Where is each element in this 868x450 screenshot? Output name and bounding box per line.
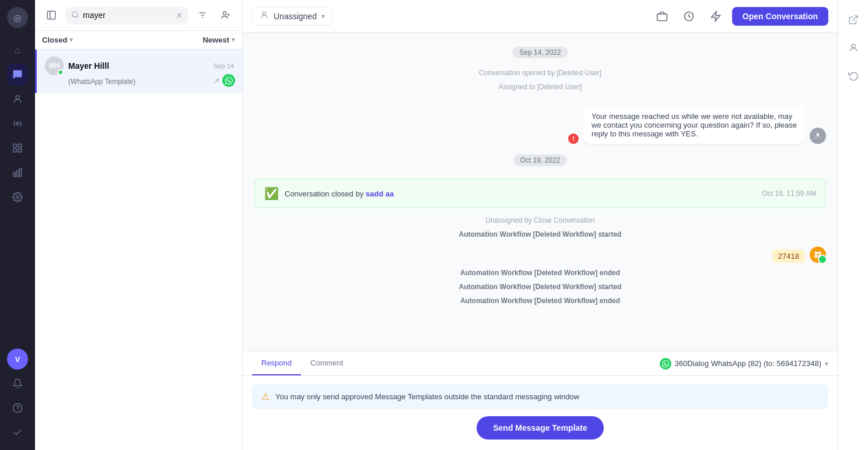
help-icon[interactable] xyxy=(7,398,28,419)
arrow-icon: ↗ xyxy=(214,76,220,85)
search-box: ✕ xyxy=(65,7,188,24)
conv-panel-header: ✕ xyxy=(35,0,242,31)
search-input[interactable] xyxy=(83,10,173,20)
timer-icon[interactable] xyxy=(678,6,699,27)
conv-closed-time: Oct 19, 11:59 AM xyxy=(762,189,816,198)
conv-icons: ↗ xyxy=(214,74,235,87)
whatsapp-channel-icon xyxy=(660,358,671,370)
conversation-item[interactable]: MH Mayer Hilll Sep 14 (WhatsApp Template… xyxy=(35,50,242,93)
compose-tabs: Respond Comment 360Dialog WhatsApp (82) … xyxy=(243,351,838,376)
broadcast-icon[interactable] xyxy=(7,113,28,134)
conv-closed-text: Conversation closed by sadd aa xyxy=(285,189,394,198)
info-icon: ⚠ xyxy=(261,391,270,402)
unassigned-msg: Unassigned by Close Conversation xyxy=(485,216,594,224)
channel-chevron: ▾ xyxy=(825,360,828,368)
assigned-chevron: ▾ xyxy=(321,12,325,20)
check-circle-icon: ✅ xyxy=(264,187,279,201)
system-msg-opened: Conversation opened by [Deleted User] xyxy=(479,69,601,77)
template-notice: ⚠ You may only send approved Message Tem… xyxy=(252,384,828,409)
status-filter[interactable]: Closed ▾ xyxy=(42,36,73,44)
svg-line-31 xyxy=(852,16,857,20)
whatsapp-badge xyxy=(222,74,235,87)
user-avatar[interactable]: V xyxy=(7,349,28,370)
conv-date: Sep 14 xyxy=(214,62,234,69)
toggle-sidebar-icon[interactable] xyxy=(42,6,61,24)
external-link-icon[interactable] xyxy=(843,9,864,30)
history-icon[interactable] xyxy=(843,65,864,86)
svg-point-1 xyxy=(16,122,19,125)
svg-rect-30 xyxy=(818,255,821,258)
filter-row: Closed ▾ Newest ▾ xyxy=(35,31,242,50)
svg-line-15 xyxy=(77,16,79,17)
svg-rect-8 xyxy=(20,168,22,177)
lightning-icon[interactable] xyxy=(705,6,726,27)
add-conversation-icon[interactable] xyxy=(216,6,235,24)
conv-item-name: MH Mayer Hilll xyxy=(45,57,109,75)
home-icon[interactable]: ⌂ xyxy=(7,40,28,61)
svg-rect-12 xyxy=(47,11,55,19)
tab-comment[interactable]: Comment xyxy=(301,351,352,375)
filter-icon[interactable] xyxy=(193,6,212,24)
reports-icon[interactable] xyxy=(7,162,28,183)
search-icon xyxy=(71,10,79,20)
svg-rect-3 xyxy=(19,144,22,147)
error-dot: ! xyxy=(568,133,579,144)
outbound-msg-row: ! Your message reached us while we were … xyxy=(254,106,826,144)
svg-point-9 xyxy=(16,196,19,199)
bell-icon[interactable] xyxy=(7,373,28,394)
check-all-icon[interactable] xyxy=(7,422,28,443)
integrations-icon[interactable] xyxy=(7,138,28,159)
svg-rect-28 xyxy=(818,252,821,255)
svg-point-19 xyxy=(223,12,226,15)
compose-tab-group: Respond Comment xyxy=(252,351,352,375)
svg-point-14 xyxy=(72,11,78,16)
svg-point-26 xyxy=(817,133,820,136)
automation-msg-1: Automation Workflow [Deleted Workflow] s… xyxy=(459,230,622,238)
assigned-select[interactable]: Unassigned ▾ xyxy=(252,6,332,26)
svg-point-22 xyxy=(262,12,265,15)
date-badge-oct: Oct 19, 2022 xyxy=(513,154,568,166)
number-msg-row: 27418 xyxy=(254,247,826,263)
automation-msg-4: Automation Workflow [Deleted Workflow] e… xyxy=(460,297,620,305)
clear-search-icon[interactable]: ✕ xyxy=(176,11,183,20)
svg-rect-5 xyxy=(19,149,22,152)
header-actions: Open Conversation xyxy=(652,6,828,27)
online-status-dot xyxy=(58,69,64,75)
person-link-icon[interactable] xyxy=(843,37,864,58)
svg-rect-27 xyxy=(815,252,818,255)
conv-closed-left: ✅ Conversation closed by sadd aa xyxy=(264,187,394,201)
status-filter-chevron: ▾ xyxy=(69,36,73,44)
briefcase-icon[interactable] xyxy=(652,6,673,27)
automation-avatar xyxy=(810,247,826,263)
right-sidebar xyxy=(838,0,868,450)
channel-select[interactable]: 360Dialog WhatsApp (82) (to: 5694172348)… xyxy=(660,358,829,370)
svg-rect-23 xyxy=(657,13,667,20)
icon-sidebar: ◎ ⌂ V xyxy=(0,0,35,450)
chat-icon[interactable] xyxy=(7,64,28,85)
system-msg-assigned: Assigned to [Deleted User] xyxy=(499,83,582,91)
user-icon xyxy=(260,10,269,22)
compose-area: Respond Comment 360Dialog WhatsApp (82) … xyxy=(243,351,838,450)
sort-filter[interactable]: Newest ▾ xyxy=(202,36,235,44)
open-conversation-button[interactable]: Open Conversation xyxy=(732,7,828,26)
date-badge-sep: Sep 14, 2022 xyxy=(512,47,568,58)
sender-avatar xyxy=(810,128,826,144)
contacts-icon[interactable] xyxy=(7,89,28,110)
compose-body: ⚠ You may only send approved Message Tem… xyxy=(243,376,838,450)
conv-preview: (WhatsApp Template) xyxy=(45,78,234,86)
chat-messages: Sep 14, 2022 Conversation opened by [Del… xyxy=(243,33,838,351)
outbound-bubble: Your message reached us while we were no… xyxy=(583,106,805,144)
number-badge: 27418 xyxy=(772,249,805,263)
chat-main: Unassigned ▾ Open Conversation Sep 14, 2… xyxy=(243,0,838,450)
logo-icon[interactable]: ◎ xyxy=(7,7,28,28)
automation-msg-2: Automation Workflow [Deleted Workflow] e… xyxy=(460,269,620,277)
automation-msg-3: Automation Workflow [Deleted Workflow] s… xyxy=(459,283,622,291)
svg-point-32 xyxy=(852,44,855,48)
send-template-button[interactable]: Send Message Template xyxy=(477,416,604,440)
tab-respond[interactable]: Respond xyxy=(252,351,301,375)
svg-rect-2 xyxy=(13,144,16,147)
conversation-panel: ✕ Closed ▾ Newest ▾ MH Mayer Hilll xyxy=(35,0,243,450)
svg-rect-4 xyxy=(13,149,16,152)
settings-icon[interactable] xyxy=(7,187,28,208)
svg-point-0 xyxy=(16,96,19,99)
